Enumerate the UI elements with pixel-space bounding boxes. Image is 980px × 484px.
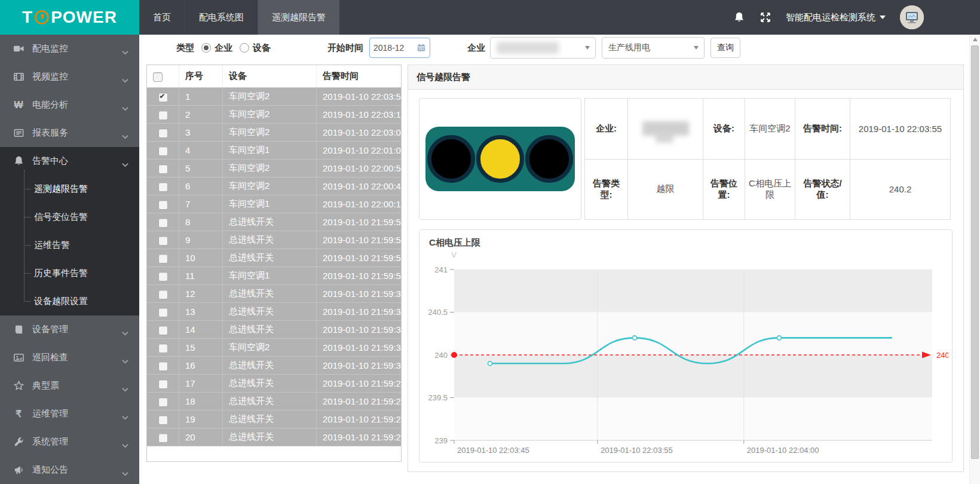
top-tab-2[interactable]: 配电系统图	[185, 0, 258, 35]
user-avatar[interactable]	[900, 5, 924, 29]
row-checkbox[interactable]	[158, 218, 168, 228]
table-row[interactable]: 18总进线开关2019-01-10 21:59:27	[147, 393, 401, 411]
cell-time: 2019-01-10 22:00:17	[317, 195, 402, 213]
radio-enterprise[interactable]	[201, 43, 211, 53]
y-axis-unit: V	[451, 250, 457, 259]
star-icon	[13, 380, 24, 392]
sidebar-item-1[interactable]: 配电监控	[0, 35, 139, 63]
query-button[interactable]: 查询	[710, 38, 740, 58]
book-icon	[13, 324, 24, 336]
sidebar-item-5[interactable]: 告警中心	[0, 147, 139, 175]
row-checkbox-cell	[147, 285, 179, 303]
row-checkbox[interactable]	[158, 93, 168, 102]
sidebar-item-label: 电能分析	[32, 99, 68, 111]
radio-device-label[interactable]: 设备	[253, 42, 271, 54]
notification-bell-icon[interactable]	[733, 11, 745, 23]
wrench-icon	[13, 436, 24, 448]
top-tab-1[interactable]: 首页	[139, 0, 185, 35]
row-checkbox[interactable]	[158, 111, 168, 120]
radio-device[interactable]	[240, 43, 249, 53]
row-checkbox[interactable]	[158, 344, 168, 353]
sidebar-item-3[interactable]: ₩电能分析	[0, 91, 139, 119]
cell-device: 车间空调1	[223, 195, 317, 213]
y-tick-label: 239	[434, 436, 448, 445]
select-all-header	[147, 65, 179, 88]
row-checkbox[interactable]	[158, 415, 168, 425]
cell-device: 车间空调1	[223, 267, 317, 285]
row-checkbox[interactable]	[158, 200, 168, 210]
chevron-down-icon	[122, 327, 128, 332]
table-row[interactable]: 9总进线开关2019-01-10 21:59:56	[147, 231, 401, 249]
y-tick-label: 240	[434, 351, 448, 360]
sidebar-item-2[interactable]: 视频监控	[0, 63, 139, 91]
row-checkbox[interactable]	[158, 272, 168, 281]
sidebar: 配电监控视频监控₩电能分析报表服务告警中心遥测越限告警信号变位告警运维告警历史事…	[0, 35, 139, 484]
calendar-icon[interactable]	[416, 43, 426, 53]
select-all-checkbox[interactable]	[153, 72, 163, 82]
table-row[interactable]: 19总进线开关2019-01-10 21:59:24	[147, 411, 401, 428]
fullscreen-icon[interactable]	[760, 11, 771, 23]
info-label-3: 告警时间:	[795, 99, 850, 160]
row-checkbox[interactable]	[158, 326, 168, 335]
info-value-4: 越限	[628, 160, 703, 220]
table-row[interactable]: 8总进线开关2019-01-10 21:59:59	[147, 213, 401, 231]
sidebar-item-4[interactable]: 报表服务	[0, 119, 139, 147]
scrollbar-thumb[interactable]	[971, 45, 979, 459]
row-checkbox[interactable]	[158, 290, 168, 299]
page-scrollbar[interactable]	[969, 35, 980, 484]
chevron-down-icon	[122, 356, 128, 360]
sidebar-subitem-3[interactable]: 运维告警	[0, 231, 139, 259]
sidebar-subitem-5[interactable]: 设备越限设置	[0, 287, 139, 315]
table-row[interactable]: 12总进线开关2019-01-10 21:59:39	[147, 285, 401, 303]
row-checkbox[interactable]	[158, 308, 168, 317]
sidebar-subitem-4[interactable]: 历史事件告警	[0, 259, 139, 287]
row-checkbox[interactable]	[158, 146, 168, 156]
cell-time: 2019-01-10 21:59:30	[317, 357, 402, 375]
table-row[interactable]: 6车间空调22019-01-10 22:00:45	[147, 177, 401, 195]
row-checkbox[interactable]	[158, 128, 168, 138]
cell-time: 2019-01-10 21:59:59	[317, 213, 402, 231]
table-row[interactable]: 13总进线开关2019-01-10 21:59:37	[147, 303, 401, 321]
chevron-down-icon	[122, 412, 128, 416]
table-row[interactable]: 16总进线开关2019-01-10 21:59:30	[147, 357, 401, 375]
table-row[interactable]: 1车间空调22019-01-10 22:03:55	[147, 88, 401, 106]
table-row[interactable]: 3车间空调22019-01-10 22:03:05	[147, 124, 401, 142]
radio-enterprise-label[interactable]: 企业	[215, 42, 232, 54]
sidebar-item-7[interactable]: 巡回检查	[0, 344, 139, 372]
row-checkbox[interactable]	[158, 164, 168, 174]
scrollbar-up-arrow[interactable]	[970, 35, 980, 44]
table-row[interactable]: 5车间空调22019-01-10 22:00:55	[147, 160, 401, 177]
row-checkbox[interactable]	[158, 379, 168, 389]
table-row[interactable]: 17总进线开关2019-01-10 21:59:29	[147, 375, 401, 393]
row-checkbox[interactable]	[158, 236, 168, 246]
table-row[interactable]: 11车间空调12019-01-10 21:59:54	[147, 267, 401, 285]
sidebar-item-11[interactable]: 通知公告	[0, 456, 139, 484]
table-row[interactable]: 15车间空调22019-01-10 21:59:33	[147, 339, 401, 357]
row-checkbox[interactable]	[158, 397, 168, 407]
table-row[interactable]: 2车间空调22019-01-10 22:03:19	[147, 106, 401, 124]
table-row[interactable]: 4车间空调12019-01-10 22:01:06	[147, 142, 401, 160]
sidebar-item-6[interactable]: 设备管理	[0, 315, 139, 344]
start-time-input[interactable]: 2018-12	[369, 38, 430, 58]
sidebar-subitem-1[interactable]: 遥测越限告警	[0, 175, 139, 203]
sidebar-item-9[interactable]: ₹运维管理	[0, 400, 139, 428]
table-row[interactable]: 20总进线开关2019-01-10 21:59:22	[147, 428, 401, 446]
cell-time: 2019-01-10 22:01:06	[317, 142, 402, 160]
user-system-menu[interactable]: 智能配电运检检测系统	[786, 12, 886, 23]
data-point-marker	[488, 362, 492, 366]
enterprise-select[interactable]	[490, 37, 596, 59]
row-checkbox[interactable]	[158, 254, 168, 264]
row-checkbox[interactable]	[158, 362, 168, 371]
row-checkbox[interactable]	[158, 433, 168, 443]
sidebar-item-10[interactable]: 系统管理	[0, 428, 139, 456]
sidebar-item-8[interactable]: 典型票	[0, 372, 139, 400]
table-row[interactable]: 7车间空调12019-01-10 22:00:17	[147, 195, 401, 213]
cell-device: 车间空调2	[223, 106, 317, 124]
table-row[interactable]: 10总进线开关2019-01-10 21:59:54	[147, 249, 401, 267]
table-row[interactable]: 14总进线开关2019-01-10 21:59:34	[147, 321, 401, 339]
sidebar-subitem-2[interactable]: 信号变位告警	[0, 203, 139, 231]
row-checkbox[interactable]	[158, 182, 168, 192]
data-point-marker	[633, 336, 637, 340]
line-select[interactable]: 生产线用电	[602, 37, 705, 59]
top-tab-3[interactable]: 遥测越限告警	[258, 0, 339, 35]
